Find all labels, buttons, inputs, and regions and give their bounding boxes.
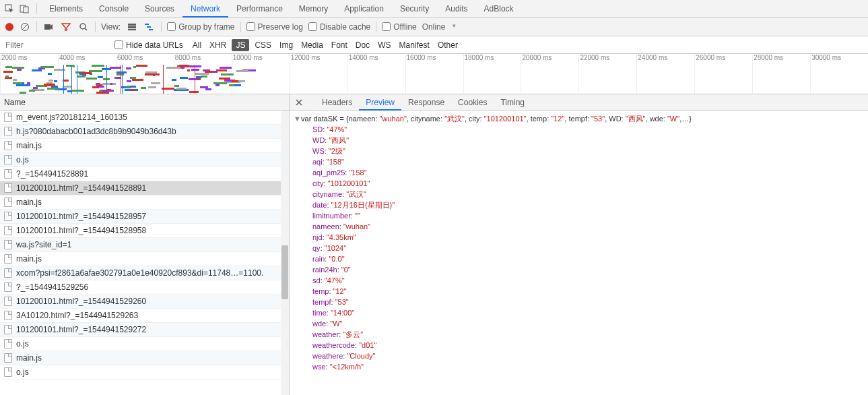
details-tab-cookies[interactable]: Cookies [451,94,494,111]
disable-cache-check[interactable]: Disable cache [308,22,370,32]
details-tab-preview[interactable]: Preview [359,94,401,111]
filter-icon[interactable] [60,21,72,33]
filter-media[interactable]: Media [297,36,327,54]
preview-property[interactable]: wse: "<12km/h" [294,361,864,372]
details-tab-timing[interactable]: Timing [494,94,531,111]
request-row[interactable]: main.js [0,139,289,153]
inspect-icon[interactable] [3,2,16,16]
clear-icon[interactable] [19,21,31,33]
offline-check[interactable]: Offline [382,22,416,32]
tab-memory[interactable]: Memory [291,0,336,18]
request-row[interactable]: xcom?psi=f2861a6afae302791a0e1e40920cf89… [0,266,289,280]
filter-doc[interactable]: Doc [352,36,374,54]
timeline-overview[interactable]: 2000 ms4000 ms6000 ms8000 ms10000 ms1200… [0,54,868,94]
preview-property[interactable]: tempf: "53" [294,297,864,307]
filter-xhr[interactable]: XHR [205,36,230,54]
preview-property[interactable]: njd: "4.35km" [294,232,864,243]
details-tab-headers[interactable]: Headers [315,94,359,111]
preview-property[interactable]: limitnumber: "" [294,210,864,221]
tab-elements[interactable]: Elements [41,0,91,18]
waterfall-bar [27,82,30,84]
request-row[interactable]: 101200101.html?_=1544941528958 [0,224,289,238]
preview-property[interactable]: aqi: "158" [294,156,864,167]
scrollbar[interactable] [281,111,289,395]
file-icon [4,141,12,150]
request-row[interactable]: main.js [0,252,289,266]
preview-property[interactable]: qy: "1024" [294,243,864,253]
preview-property[interactable]: sd: "47%" [294,275,864,286]
request-row[interactable]: 101200101.html?_=1544941528957 [0,210,289,224]
preview-property[interactable]: weathercode: "d01" [294,340,864,351]
preview-property[interactable]: cityname: "武汉" [294,189,864,200]
preview-property[interactable]: aqi_pm25: "158" [294,167,864,178]
waterfall-marker [122,65,123,94]
waterfall-icon[interactable] [143,21,156,33]
tab-sources[interactable]: Sources [137,0,182,18]
filter-js[interactable]: JS [232,39,249,51]
filter-input[interactable] [0,36,114,53]
waterfall-bar [17,69,22,71]
search-icon[interactable] [77,21,90,33]
preview-property[interactable]: date: "12月16日(星期日)" [294,200,864,210]
throttling-dropdown[interactable]: Online [422,22,457,32]
preview-content[interactable]: ▼ var dataSK = {nameen: "wuhan", citynam… [290,111,868,395]
request-row[interactable]: m_event.js?20181214_160135 [0,111,289,125]
filter-manifest[interactable]: Manifest [395,36,434,54]
request-row[interactable]: ?_=1544941529256 [0,280,289,295]
preview-property[interactable]: time: "14:00" [294,307,864,318]
request-name: 101200101.html?_=1544941529260 [16,295,146,309]
request-row[interactable]: wa.js?site_id=1 [0,238,289,252]
request-row[interactable]: main.js [0,195,289,210]
tab-performance[interactable]: Performance [228,0,291,18]
preview-property[interactable]: SD: "47%" [294,124,864,135]
tab-adblock[interactable]: AdBlock [476,0,522,18]
details-tab-response[interactable]: Response [401,94,451,111]
svg-rect-8 [128,24,136,26]
preview-property[interactable]: weather: "多云" [294,329,864,340]
filter-css[interactable]: CSS [251,36,275,54]
tab-application[interactable]: Application [336,0,392,18]
preserve-log-check[interactable]: Preserve log [246,22,303,32]
name-column-header[interactable]: Name [0,94,289,111]
camera-icon[interactable] [42,21,55,33]
tab-audits[interactable]: Audits [437,0,475,18]
request-row[interactable]: o.js [0,365,289,379]
record-button[interactable] [5,23,13,31]
close-icon[interactable] [294,97,304,108]
request-row[interactable]: o.js [0,337,289,351]
filter-other[interactable]: Other [434,36,462,54]
preview-property[interactable]: wde: "W" [294,318,864,329]
tab-console[interactable]: Console [91,0,137,18]
request-row[interactable]: 101200101.html?_=1544941528891 [0,181,289,195]
waterfall-bar [201,75,207,78]
preview-property[interactable]: rain: "0.0" [294,253,864,264]
request-list[interactable]: m_event.js?20181214_160135h.js?080dabacb… [0,111,289,395]
request-row[interactable]: 3A10120.html?_=1544941529263 [0,309,289,323]
separator [161,22,162,32]
preview-property[interactable]: temp: "12" [294,286,864,297]
scrollbar-thumb[interactable] [281,245,288,299]
hide-data-urls-check[interactable]: Hide data URLs [114,40,183,50]
waterfall-bar [29,90,35,92]
tab-network[interactable]: Network [182,0,228,18]
request-row[interactable]: ?_=1544941528891 [0,167,289,181]
large-rows-icon[interactable] [126,21,138,33]
preview-property[interactable]: nameen: "wuhan" [294,221,864,232]
request-row[interactable]: h.js?080dabacb001ad3dc8b9b9049b36d43b [0,125,289,139]
group-by-frame-check[interactable]: Group by frame [167,22,234,32]
request-row[interactable]: main.js [0,351,289,365]
preview-property[interactable]: WD: "西风" [294,135,864,146]
preview-property[interactable]: city: "101200101" [294,178,864,189]
filter-img[interactable]: Img [275,36,297,54]
device-toggle-icon[interactable] [18,2,31,16]
filter-font[interactable]: Font [327,36,352,54]
preview-property[interactable]: rain24h: "0" [294,264,864,275]
filter-all[interactable]: All [189,36,205,54]
tab-security[interactable]: Security [392,0,437,18]
request-row[interactable]: 101200101.html?_=1544941529272 [0,323,289,337]
preview-property[interactable]: WS: "2级" [294,146,864,156]
filter-ws[interactable]: WS [374,36,395,54]
preview-property[interactable]: weathere: "Cloudy" [294,351,864,361]
request-row[interactable]: o.js [0,153,289,167]
request-row[interactable]: 101200101.html?_=1544941529260 [0,295,289,309]
